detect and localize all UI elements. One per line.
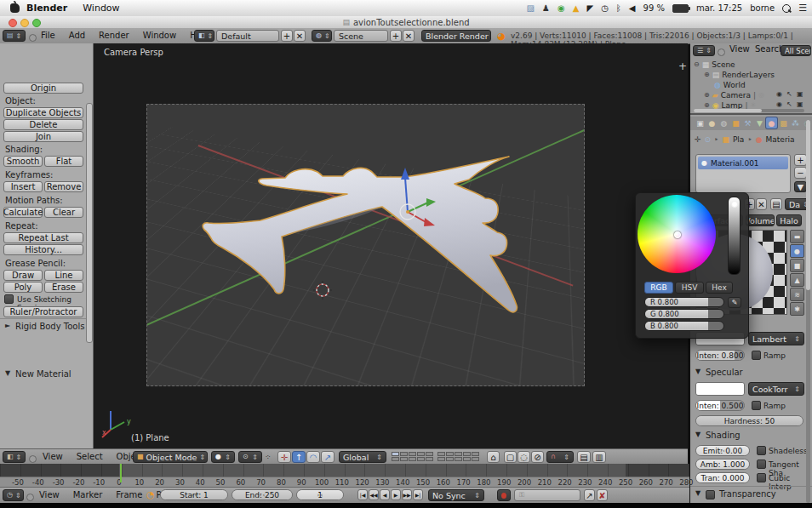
prev-keyframe-button[interactable]: ◀◀: [369, 489, 379, 500]
end-frame-field[interactable]: End: 250 ‹›: [232, 489, 293, 500]
clear-paths-button[interactable]: Clear: [44, 207, 83, 218]
time-indicator-icon[interactable]: ◔: [146, 490, 155, 499]
value-slider-handle[interactable]: [731, 201, 738, 208]
tab-object-data-icon[interactable]: ▼: [754, 117, 765, 128]
rotate-manipulator-button[interactable]: ◠: [306, 451, 320, 463]
layer-grid[interactable]: [437, 452, 479, 461]
delete-layout-button[interactable]: ✕: [294, 30, 306, 42]
preview-world-button[interactable]: ✱: [790, 302, 804, 316]
layer-cell[interactable]: [417, 457, 425, 461]
layer-cell[interactable]: [392, 457, 399, 461]
transparency-checkbox[interactable]: [706, 490, 715, 499]
zoom-window-button[interactable]: [32, 19, 41, 27]
pin-icon[interactable]: ✛: [695, 136, 701, 144]
minimize-window-button[interactable]: [20, 19, 29, 27]
specular-section-header[interactable]: Specular: [706, 368, 743, 377]
layer-cell[interactable]: [409, 457, 416, 461]
lamp-hide-eye-icon[interactable]: ◉: [776, 101, 782, 108]
origin-button[interactable]: Origin: [3, 83, 83, 94]
warning-status-icon[interactable]: ▲: [573, 4, 580, 13]
diffuse-shader-select[interactable]: Lambert⇕: [748, 332, 804, 345]
proportional-edit-button[interactable]: ⊘: [531, 451, 544, 463]
tab-world-icon[interactable]: ◍: [718, 117, 729, 128]
layer-cell[interactable]: [437, 457, 445, 461]
halo-tab[interactable]: Halo: [776, 214, 802, 226]
rigid-body-tools-panel[interactable]: Rigid Body Tools: [15, 322, 84, 331]
datablock-select[interactable]: Da⇕: [785, 198, 809, 210]
manipulator-toggle-button[interactable]: ✛: [277, 451, 291, 463]
render-menu[interactable]: Render: [92, 28, 136, 43]
cubic-interpolation-checkbox[interactable]: [757, 473, 766, 482]
expander-plus-icon[interactable]: ⊕: [704, 102, 710, 109]
app-menu[interactable]: Blender: [26, 3, 67, 14]
scale-manipulator-button[interactable]: ↗: [321, 451, 335, 463]
play-reverse-button[interactable]: ◀: [380, 489, 390, 500]
diffuse-ramp-checkbox[interactable]: [752, 351, 761, 360]
camera-render-restrict-icon[interactable]: ▣: [797, 91, 803, 98]
grease-draw-button[interactable]: Draw: [3, 270, 43, 281]
cursor-3d[interactable]: [313, 281, 332, 300]
window-titlebar[interactable]: ▤ avionToutselectionne.blend: [0, 16, 812, 29]
layer-cell[interactable]: [437, 452, 445, 456]
remove-keyframe-button[interactable]: Remove: [44, 181, 83, 192]
outliner-item-camera[interactable]: ⊕ ▰ Camera | ◎: [704, 90, 764, 100]
layer-cell[interactable]: [472, 457, 479, 461]
value-slider[interactable]: [728, 197, 741, 275]
tab-modifiers-icon[interactable]: ⚒: [742, 117, 753, 128]
calculate-paths-button[interactable]: Calculate: [3, 207, 43, 218]
insert-keyframe-button[interactable]: Insert: [3, 181, 43, 192]
new-material-panel[interactable]: New Material: [15, 369, 71, 379]
next-keyframe-button[interactable]: ▶▶: [402, 489, 412, 500]
tab-particles-icon[interactable]: ⁂: [790, 117, 801, 128]
new-material-disclosure-icon[interactable]: ▼: [5, 370, 10, 377]
tangent-shading-checkbox[interactable]: [757, 459, 766, 469]
transparency-disclosure-icon[interactable]: ▼: [695, 490, 700, 497]
layer-grid[interactable]: [392, 452, 433, 461]
spotlight-icon[interactable]: [782, 4, 791, 13]
add-menu[interactable]: Add: [62, 28, 92, 43]
rgb-tab[interactable]: RGB: [644, 282, 673, 294]
material-slot-row[interactable]: ● Material.001: [698, 157, 788, 169]
properties-scrollbar-thumb[interactable]: [806, 120, 810, 290]
breadcrumb-material[interactable]: Materia: [766, 135, 795, 144]
layer-cell[interactable]: [426, 457, 433, 461]
layer-cell[interactable]: [400, 452, 408, 456]
sketching-sessions-checkbox[interactable]: [4, 294, 14, 304]
translate-manipulator-button[interactable]: ↑: [292, 451, 306, 463]
layer-cell[interactable]: [392, 452, 399, 456]
repeat-last-button[interactable]: Repeat Last: [3, 232, 83, 243]
screen-layout-icon-button[interactable]: ◧⇕: [194, 30, 214, 42]
expander-plus-icon[interactable]: ⊕: [704, 71, 710, 78]
outliner-hscrollbar-track[interactable]: [694, 109, 804, 112]
hsv-tab[interactable]: HSV: [675, 282, 704, 294]
blue-slider[interactable]: B 0.800: [644, 321, 724, 331]
node-icon[interactable]: ⊙: [705, 136, 712, 144]
specular-color-swatch[interactable]: [695, 382, 745, 396]
timeline-ruler[interactable]: -50-40-30-20-100102030405060708090100110…: [0, 477, 689, 487]
add-layout-button[interactable]: +: [281, 30, 293, 42]
grease-poly-button[interactable]: Poly: [3, 282, 43, 293]
remove-material-slot-button[interactable]: −: [794, 167, 807, 179]
layer-cell[interactable]: [463, 457, 471, 461]
render-border-button[interactable]: ▢: [504, 451, 517, 463]
tab-render-icon[interactable]: ▣: [695, 117, 706, 128]
shadeless-checkbox[interactable]: [757, 446, 766, 455]
tab-material-icon[interactable]: ●: [766, 117, 777, 128]
screen-layout-field[interactable]: Default: [216, 30, 279, 42]
diffuse-intensity-slider[interactable]: Inten: 0.800: [695, 350, 745, 361]
red-slider[interactable]: R 0.800: [644, 297, 724, 307]
window-menu-blender[interactable]: Window: [136, 28, 183, 43]
color-wheel-cursor[interactable]: [674, 231, 681, 238]
flat-button[interactable]: Flat: [44, 156, 83, 167]
opengl-render-button[interactable]: ▤: [577, 451, 591, 463]
ruler-protractor-button[interactable]: Ruler/Protractor: [3, 306, 83, 317]
tool-shelf-scrollbar[interactable]: [86, 103, 93, 343]
hex-tab[interactable]: Hex: [706, 282, 733, 294]
snap-select[interactable]: ∩⇕: [546, 451, 574, 463]
mode-select[interactable]: ■ Object Mode⇕: [133, 451, 208, 463]
specular-intensity-slider[interactable]: Inten: 0.500: [695, 400, 745, 411]
scene-icon-button[interactable]: ◍⇕: [312, 30, 332, 42]
timeline-track[interactable]: [0, 464, 689, 477]
jump-to-end-button[interactable]: ▶|: [413, 489, 423, 500]
ambient-field[interactable]: Amb: 1.000: [695, 459, 750, 470]
